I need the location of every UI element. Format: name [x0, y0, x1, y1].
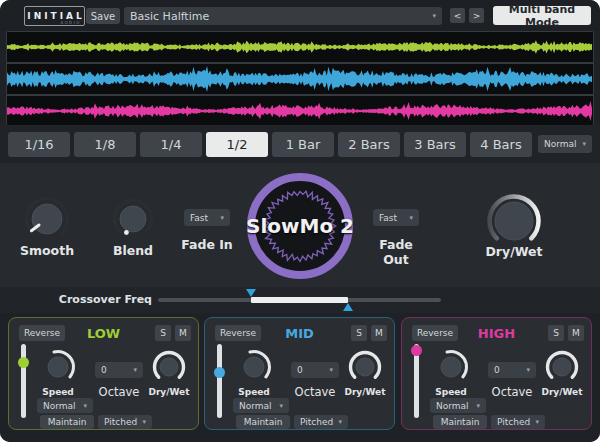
chevron-down-icon: ▾ [329, 366, 333, 374]
speed-knob[interactable] [236, 349, 272, 389]
preset-value: Basic Halftime [130, 10, 209, 23]
fade-in-value: Fast [190, 213, 208, 223]
band-panel-mid: Reverse MID S M Speed 0 ▾ Octave Dry/Wet… [204, 317, 395, 430]
band-drywet-knob[interactable] [348, 350, 382, 388]
solo-button[interactable]: S [548, 325, 564, 341]
crossover-label: Crossover Freq [40, 293, 152, 306]
speed-mode-value: Normal [43, 401, 76, 411]
crossover-slider[interactable] [158, 298, 441, 302]
band-drywet-label: Dry/Wet [139, 387, 199, 397]
speed-knob[interactable] [433, 349, 469, 389]
maintain-button[interactable]: Maintain [40, 415, 94, 429]
band-level-slider[interactable] [21, 344, 26, 418]
mute-button[interactable]: M [371, 325, 387, 341]
band-slider-handle[interactable] [411, 345, 422, 356]
waveform-row-green [7, 32, 593, 64]
waveform-row-pink [7, 96, 593, 126]
pitch-mode-select[interactable]: Pitched ▾ [98, 415, 152, 429]
octave-select[interactable]: 0 ▾ [291, 362, 339, 378]
crossover-low-handle[interactable] [246, 289, 256, 297]
rate-mode-value: Normal [544, 139, 577, 149]
rate-button-1-4[interactable]: 1/4 [140, 132, 202, 157]
rate-button-4-bars[interactable]: 4 Bars [470, 132, 532, 157]
maintain-button[interactable]: Maintain [433, 415, 487, 429]
rate-button-1-8[interactable]: 1/8 [74, 132, 136, 157]
waveform-row-blue [7, 64, 593, 96]
solo-button[interactable]: S [155, 325, 171, 341]
slowmo2-plugin-window: INITIAL AUDIO Save Basic Halftime ▾ < > … [0, 0, 600, 442]
maintain-button[interactable]: Maintain [236, 415, 290, 429]
chevron-down-icon: ▾ [133, 366, 137, 374]
rate-button-1-2[interactable]: 1/2 [206, 132, 268, 157]
chevron-down-icon: ▾ [535, 418, 539, 426]
chevron-down-icon: ▾ [432, 12, 436, 20]
blend-knob[interactable] [112, 198, 154, 244]
speed-mode-select[interactable]: Normal ▾ [37, 398, 93, 413]
octave-select[interactable]: 0 ▾ [95, 362, 143, 378]
pitch-mode-value: Pitched [497, 417, 530, 427]
speed-mode-select[interactable]: Normal ▾ [233, 398, 289, 413]
speed-mode-value: Normal [436, 401, 469, 411]
smooth-knob[interactable] [24, 196, 70, 246]
crossover-high-handle[interactable] [343, 303, 353, 311]
rate-button-3-bars[interactable]: 3 Bars [404, 132, 466, 157]
band-slider-handle[interactable] [18, 357, 29, 368]
slowmo2-logo-badge: SlowMo 2 [246, 172, 354, 280]
crossover-range-fill [251, 297, 347, 303]
band-panels: Reverse LOW S M Speed 0 ▾ Octave Dry/Wet… [0, 313, 600, 442]
chevron-down-icon: ▾ [83, 402, 87, 410]
logo-subtext: AUDIO [60, 20, 81, 25]
save-button[interactable]: Save [86, 8, 120, 24]
rate-button-1-16[interactable]: 1/16 [8, 132, 70, 157]
waveform-blue [7, 64, 593, 94]
band-slider-handle[interactable] [214, 367, 225, 378]
band-drywet-knob[interactable] [545, 350, 579, 388]
chevron-down-icon: ▾ [409, 214, 413, 222]
chevron-down-icon: ▾ [582, 140, 586, 148]
speed-label: Speed [421, 387, 481, 397]
band-level-slider[interactable] [414, 344, 419, 418]
pitch-mode-select[interactable]: Pitched ▾ [491, 415, 545, 429]
octave-select[interactable]: 0 ▾ [488, 362, 536, 378]
smooth-label: Smooth [17, 243, 77, 258]
chevron-down-icon: ▾ [476, 402, 480, 410]
mute-button[interactable]: M [175, 325, 191, 341]
chevron-down-icon: ▾ [220, 214, 224, 222]
pitch-mode-value: Pitched [300, 417, 333, 427]
main-section: Smooth Blend Fast ▾ Fade In SlowMo 2 Fas… [0, 163, 600, 287]
rate-mode-select[interactable]: Normal ▾ [538, 135, 592, 153]
fade-in-select[interactable]: Fast ▾ [184, 209, 230, 226]
crossover-section: Crossover Freq [0, 287, 600, 313]
fade-out-select[interactable]: Fast ▾ [373, 209, 419, 226]
fade-out-value: Fast [379, 213, 397, 223]
rate-button-1-bar[interactable]: 1 Bar [272, 132, 334, 157]
prev-preset-button[interactable]: < [450, 8, 465, 23]
rate-bar: 1/16 1/8 1/4 1/2 1 Bar 2 Bars 3 Bars 4 B… [0, 125, 600, 163]
preset-select[interactable]: Basic Halftime ▾ [124, 7, 442, 25]
speed-label: Speed [224, 387, 284, 397]
slowmo2-logo-text: SlowMo 2 [246, 172, 354, 280]
next-preset-button[interactable]: > [469, 8, 484, 23]
fade-in-label: Fade In [177, 237, 237, 252]
band-level-slider[interactable] [217, 344, 222, 418]
solo-button[interactable]: S [351, 325, 367, 341]
chevron-down-icon: ▾ [142, 418, 146, 426]
multi-band-mode-button[interactable]: Multi band Mode [493, 6, 591, 25]
waveform-pink [7, 96, 593, 126]
chevron-down-icon: ▾ [526, 366, 530, 374]
octave-value: 0 [297, 365, 303, 375]
octave-value: 0 [101, 365, 107, 375]
band-drywet-label: Dry/Wet [532, 387, 592, 397]
waveform-display [6, 31, 594, 127]
mute-button[interactable]: M [568, 325, 584, 341]
rate-button-2-bars[interactable]: 2 Bars [338, 132, 400, 157]
top-bar: INITIAL AUDIO Save Basic Halftime ▾ < > … [0, 0, 600, 31]
speed-mode-select[interactable]: Normal ▾ [430, 398, 486, 413]
speed-knob[interactable] [40, 349, 76, 389]
pitch-mode-select[interactable]: Pitched ▾ [294, 415, 348, 429]
band-drywet-knob[interactable] [152, 350, 186, 388]
fade-out-label: Fade Out [366, 237, 426, 267]
chevron-down-icon: ▾ [338, 418, 342, 426]
drywet-label: Dry/Wet [484, 244, 544, 259]
blend-label: Blend [103, 243, 163, 258]
